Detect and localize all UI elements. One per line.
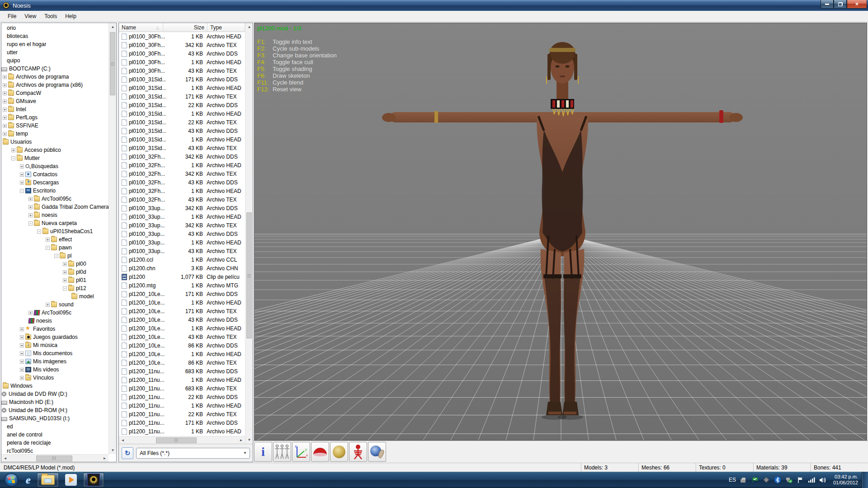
file-row[interactable]: pl0100_33up... 342 KB Archivo TEX xyxy=(119,221,245,230)
file-row[interactable]: pl1200_10Le... 1 KB Archivo HEAD xyxy=(119,350,245,358)
backup-ok-tray-icon[interactable] xyxy=(751,476,759,483)
tree-item[interactable]: + PerfLogs xyxy=(1,113,108,122)
tree-item[interactable]: rcTool095c xyxy=(1,447,108,454)
tree-item[interactable]: bliotecas xyxy=(1,32,108,40)
draw-skeleton-button[interactable] xyxy=(349,442,367,462)
model-viewport[interactable]: pl1200.mod - 1/3 F1:Toggle info text F2:… xyxy=(254,23,867,441)
file-row[interactable]: pl1200_11nu... 22 KB Archivo TEX xyxy=(119,410,245,418)
file-row[interactable]: pl0100_32Fh... 1 KB Archivo HEAD xyxy=(119,187,245,195)
file-row[interactable]: pl0100_33up... 43 KB Archivo TEX xyxy=(119,247,245,255)
file-row[interactable]: pl0100_32Fh... 342 KB Archivo DDS xyxy=(119,152,245,161)
scroll-up-icon[interactable]: ▲ xyxy=(109,23,117,31)
tree-item[interactable]: noesis xyxy=(1,317,108,325)
file-row[interactable]: pl1200_10Le... 1 KB Archivo HEAD xyxy=(119,324,245,333)
tree-item[interactable]: + temp xyxy=(1,130,108,138)
file-row[interactable]: pl0100_31Sid... 1 KB Archivo HEAD xyxy=(119,84,245,92)
tree-item[interactable]: - Escritorio xyxy=(1,187,108,195)
expand-toggle-icon[interactable]: + xyxy=(3,132,7,136)
file-row[interactable]: pl1200_10Le... 171 KB Archivo DDS xyxy=(119,290,245,298)
tree-item[interactable]: Windows xyxy=(1,382,108,390)
file-row[interactable]: pl1200_10Le... 1 KB Archivo HEAD xyxy=(119,298,245,307)
expand-toggle-icon[interactable]: + xyxy=(3,108,7,112)
expand-toggle-icon[interactable]: + xyxy=(3,116,7,120)
scroll-right-icon[interactable]: ► xyxy=(237,436,245,444)
tree-item[interactable]: + Juegos guardados xyxy=(1,333,108,341)
tree-item[interactable]: Unidad de BD-ROM (H:) xyxy=(1,406,108,414)
file-row[interactable]: pl0100_31Sid... 1 KB Archivo HEAD xyxy=(119,109,245,118)
tree-item[interactable]: + Intel xyxy=(1,105,108,113)
file-vscroll-thumb[interactable] xyxy=(246,212,252,338)
taskbar-noesis-button[interactable] xyxy=(83,473,104,487)
expand-toggle-icon[interactable]: + xyxy=(3,99,7,103)
diamond-tray-icon[interactable] xyxy=(763,476,770,483)
tree-item[interactable]: + Búsquedas xyxy=(1,162,108,170)
expand-toggle-icon[interactable]: - xyxy=(11,156,15,160)
scroll-up-icon[interactable]: ▲ xyxy=(245,23,253,31)
file-row[interactable]: pl0100_31Sid... 171 KB Archivo TEX xyxy=(119,92,245,101)
file-row[interactable]: pl0100_33up... 43 KB Archivo DDS xyxy=(119,230,245,238)
file-row[interactable]: pl1200 1,077 KB Clip de pelícu xyxy=(119,272,245,281)
file-row[interactable]: pl0100_32Fh... 43 KB Archivo DDS xyxy=(119,178,245,187)
tree-file-splitter[interactable] xyxy=(117,23,118,462)
show-desktop-button[interactable] xyxy=(862,472,868,488)
tree-item[interactable]: + CompacW xyxy=(1,89,108,97)
tree-item[interactable]: - pl xyxy=(1,252,108,260)
expand-toggle-icon[interactable]: + xyxy=(28,197,33,201)
tree-item[interactable]: utter xyxy=(1,48,108,56)
file-row[interactable]: pl0100_31Sid... 171 KB Archivo DDS xyxy=(119,75,245,84)
file-row[interactable]: pl1200_10Le... 43 KB Archivo TEX xyxy=(119,333,245,341)
scroll-left-icon[interactable]: ◄ xyxy=(1,455,9,462)
expand-toggle-icon[interactable]: + xyxy=(20,360,24,364)
tree-item[interactable]: + effect xyxy=(1,235,108,244)
network-signal-icon[interactable] xyxy=(808,476,815,483)
menu-item[interactable]: Help xyxy=(61,12,80,21)
expand-toggle-icon[interactable]: + xyxy=(63,270,67,274)
column-header-size[interactable]: Size xyxy=(163,23,208,32)
expand-toggle-icon[interactable]: + xyxy=(28,311,33,315)
expand-toggle-icon[interactable]: + xyxy=(63,278,67,282)
file-row[interactable]: pl0100_33up... 1 KB Archivo HEAD xyxy=(119,238,245,247)
tree-item[interactable]: rupo en el hogar xyxy=(1,40,108,48)
expand-toggle-icon[interactable]: + xyxy=(20,376,24,380)
expand-toggle-icon[interactable]: + xyxy=(46,303,50,307)
shading-button[interactable] xyxy=(330,442,348,462)
expand-toggle-icon[interactable]: + xyxy=(28,205,33,209)
file-row[interactable]: pl0100_30Fh... 342 KB Archivo TEX xyxy=(119,41,245,49)
file-row[interactable]: pl0100_30Fh... 43 KB Archivo TEX xyxy=(119,66,245,75)
expand-toggle-icon[interactable]: - xyxy=(37,230,41,234)
expand-toggle-icon[interactable]: + xyxy=(3,124,7,128)
tree-item[interactable]: - pl12 xyxy=(1,284,108,292)
file-row[interactable]: pl0100_31Sid... 1 KB Archivo HEAD xyxy=(119,135,245,144)
tree-item[interactable]: quipo xyxy=(1,56,108,65)
file-row[interactable]: pl0100_32Fh... 1 KB Archivo HEAD xyxy=(119,161,245,169)
file-row[interactable]: pl0100_31Sid... 43 KB Archivo DDS xyxy=(119,127,245,135)
usb-ok-tray-icon[interactable] xyxy=(785,476,793,483)
refresh-button[interactable]: ↻ xyxy=(122,447,133,459)
expand-toggle-icon[interactable]: + xyxy=(20,327,24,331)
tree-vertical-scrollbar[interactable]: ▲ ▼ xyxy=(108,23,116,454)
tree-item[interactable]: + Acceso público xyxy=(1,146,108,154)
blend-button[interactable] xyxy=(368,442,386,462)
file-row[interactable]: pl0100_33up... 342 KB Archivo DDS xyxy=(119,204,245,212)
file-row[interactable]: pl0100_31Sid... 43 KB Archivo TEX xyxy=(119,144,245,152)
sub-models-button[interactable] xyxy=(273,442,291,462)
bluetooth-icon[interactable] xyxy=(774,476,781,483)
file-row[interactable]: pl1200_11nu... 171 KB Archivo DDS xyxy=(119,418,245,427)
tree-vscroll-thumb[interactable] xyxy=(110,32,115,95)
tree-item[interactable]: + Descargas xyxy=(1,178,108,187)
tree-hscroll-thumb[interactable] xyxy=(36,455,72,461)
scroll-down-icon[interactable]: ▼ xyxy=(109,446,117,454)
tree-item[interactable]: anel de control xyxy=(1,431,108,439)
tree-item[interactable]: Macintosh HD (E:) xyxy=(1,398,108,406)
expand-toggle-icon[interactable]: - xyxy=(20,189,24,193)
tree-item[interactable]: + ArcTool095c xyxy=(1,195,108,203)
tree-item[interactable]: + sound xyxy=(1,300,108,309)
expand-toggle-icon[interactable]: + xyxy=(63,262,67,266)
file-row[interactable]: pl1200_11nu... 683 KB Archivo TEX xyxy=(119,384,245,393)
tree-item[interactable]: + Favoritos xyxy=(1,325,108,333)
base-orientation-button[interactable]: z y x xyxy=(292,442,310,462)
file-row[interactable]: pl1200_10Le... 43 KB Archivo DDS xyxy=(119,315,245,324)
expand-toggle-icon[interactable]: + xyxy=(3,75,7,79)
tree-item[interactable]: + noesis xyxy=(1,211,108,219)
tree-item[interactable]: SAMSUNG_HD103SI (I:) xyxy=(1,414,108,422)
